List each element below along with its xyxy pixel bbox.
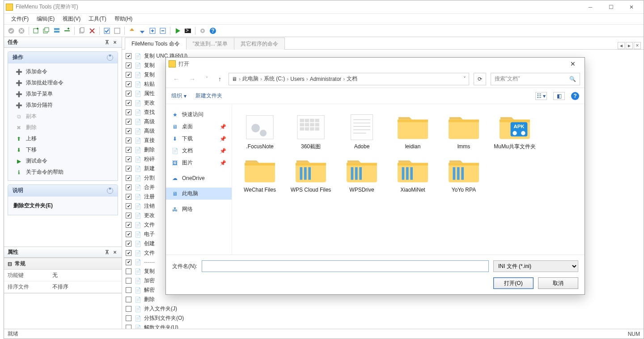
explain-section-head[interactable]: 说明 ˄ bbox=[8, 185, 118, 197]
checkbox[interactable] bbox=[126, 306, 131, 312]
checkbox[interactable] bbox=[126, 250, 131, 256]
folder-item[interactable]: Adobe bbox=[338, 111, 386, 150]
expand-icon[interactable] bbox=[148, 26, 157, 35]
folder-item[interactable]: WPS Cloud Files bbox=[287, 155, 335, 193]
checkbox[interactable] bbox=[126, 175, 131, 181]
crumb[interactable]: 文档 bbox=[347, 75, 357, 83]
prop-group[interactable]: ⊟常规 bbox=[4, 258, 122, 270]
checkbox[interactable] bbox=[126, 222, 131, 228]
checkbox[interactable] bbox=[126, 287, 131, 293]
preview-pane-button[interactable]: ◧ bbox=[553, 92, 565, 100]
nav-this-pc[interactable]: 🖥此电脑 bbox=[166, 188, 232, 200]
nav-desktop[interactable]: 🖥桌面📌 bbox=[166, 121, 232, 133]
folder-item[interactable]: WPSDrive bbox=[338, 155, 386, 193]
crumb-dropdown-icon[interactable]: ˅ bbox=[463, 76, 466, 82]
task-test[interactable]: ▶测试命令 bbox=[8, 155, 118, 167]
task-add-sep[interactable]: ➕添加分隔符 bbox=[8, 100, 118, 111]
folder-item[interactable]: XiaoMiNet bbox=[389, 155, 437, 193]
checkbox[interactable] bbox=[126, 278, 131, 284]
dialog-help-icon[interactable]: ? bbox=[571, 92, 579, 100]
checkbox[interactable] bbox=[126, 147, 131, 153]
command-row[interactable]: 📄分拣到文件夹(O) bbox=[126, 314, 640, 323]
help-icon[interactable]: ? bbox=[208, 26, 217, 35]
menu-help[interactable]: 帮助(H) bbox=[111, 14, 136, 24]
tab-close-icon[interactable]: × bbox=[634, 42, 641, 49]
uncheck-icon[interactable] bbox=[113, 26, 122, 35]
task-add-cmd[interactable]: ➕添加命令 bbox=[8, 66, 118, 77]
folder-item[interactable]: .FocusNote bbox=[236, 111, 284, 150]
breadcrumb[interactable]: 🖥› 此电脑› 系统 (C:)› Users› Administrator› 文… bbox=[229, 73, 469, 85]
checkbox[interactable] bbox=[126, 156, 131, 162]
up-icon[interactable] bbox=[127, 26, 136, 35]
checkbox[interactable] bbox=[126, 213, 131, 218]
checkbox[interactable] bbox=[126, 138, 131, 143]
open-button[interactable]: 打开(O) bbox=[493, 277, 534, 289]
checkbox[interactable] bbox=[126, 53, 131, 59]
checkbox[interactable] bbox=[126, 91, 131, 96]
task-add-batch[interactable]: ➕添加批处理命令 bbox=[8, 77, 118, 88]
checkbox[interactable] bbox=[126, 325, 131, 329]
panel-close-icon[interactable]: × bbox=[112, 249, 118, 255]
down-icon[interactable] bbox=[138, 26, 147, 35]
folder-item[interactable]: MuMu共享文件夹 bbox=[491, 111, 539, 150]
checkbox[interactable] bbox=[126, 241, 131, 247]
checkbox[interactable] bbox=[126, 184, 131, 190]
file-list[interactable]: .FocusNote360截图AdobeleidianlmmsMuMu共享文件夹… bbox=[232, 104, 585, 255]
run-icon[interactable] bbox=[173, 26, 182, 35]
filename-input[interactable] bbox=[202, 260, 489, 272]
copy-icon[interactable] bbox=[77, 26, 86, 35]
checkbox[interactable] bbox=[126, 297, 131, 302]
recent-button[interactable]: ˅ bbox=[203, 75, 211, 83]
nav-onedrive[interactable]: ☁OneDrive bbox=[166, 172, 232, 184]
checkbox[interactable] bbox=[126, 63, 131, 68]
checkbox[interactable] bbox=[126, 231, 131, 237]
nav-network[interactable]: 🖧网络 bbox=[166, 203, 232, 215]
folder-item[interactable]: 360截图 bbox=[287, 111, 335, 150]
tab-sendto[interactable]: "发送到..."菜单 bbox=[186, 38, 235, 50]
crumb[interactable]: Administrator bbox=[310, 76, 342, 82]
console-icon[interactable]: >_ bbox=[183, 26, 192, 35]
checkbox[interactable] bbox=[126, 81, 131, 87]
filetype-select[interactable]: INI 文件 (*.ini) bbox=[493, 260, 578, 272]
menu-file[interactable]: 文件(F) bbox=[8, 14, 32, 24]
command-row[interactable]: 📄并入文件夹(J) bbox=[126, 304, 640, 314]
tab-commands[interactable]: FileMenu Tools 命令 bbox=[125, 38, 186, 50]
new-folder-button[interactable]: 新建文件夹 bbox=[195, 92, 222, 100]
prop-row[interactable]: 功能键无 bbox=[4, 270, 122, 281]
tab-prev-icon[interactable]: ◂ bbox=[618, 42, 625, 49]
checkbox[interactable] bbox=[126, 268, 131, 274]
checkbox[interactable] bbox=[126, 128, 131, 134]
menu-tools[interactable]: 工具(T) bbox=[85, 14, 110, 24]
crumb[interactable]: 此电脑 bbox=[242, 75, 258, 83]
command-row[interactable]: 📄删除 bbox=[126, 295, 640, 304]
tab-next-icon[interactable]: ▸ bbox=[626, 42, 633, 49]
new-batch-icon[interactable] bbox=[42, 26, 51, 35]
folder-item[interactable]: leidian bbox=[389, 111, 437, 150]
dialog-close-button[interactable]: ✕ bbox=[564, 59, 582, 69]
task-move-up[interactable]: ⬆上移 bbox=[8, 133, 118, 144]
new-sep-icon[interactable] bbox=[63, 26, 72, 35]
checkbox[interactable] bbox=[126, 100, 131, 106]
collapse-icon[interactable] bbox=[158, 26, 167, 35]
folder-item[interactable]: WeChat Files bbox=[236, 155, 284, 193]
organize-button[interactable]: 组织 ▾ bbox=[171, 92, 186, 100]
pin-icon[interactable]: ⊼ bbox=[104, 39, 110, 46]
back-button[interactable]: ← bbox=[170, 75, 182, 83]
crumb[interactable]: 系统 (C:) bbox=[264, 75, 285, 83]
checkbox[interactable] bbox=[126, 109, 131, 115]
folder-item[interactable]: lmms bbox=[440, 111, 488, 150]
ops-section-head[interactable]: 操作 ˄ bbox=[8, 52, 118, 63]
checkbox[interactable] bbox=[126, 194, 131, 200]
checkbox[interactable] bbox=[126, 119, 131, 125]
refresh-button[interactable]: ⟳ bbox=[474, 73, 486, 85]
forward-button[interactable]: → bbox=[186, 75, 198, 83]
cancel-button[interactable]: 取消 bbox=[538, 277, 578, 289]
nav-downloads[interactable]: ⬇下载📌 bbox=[166, 133, 232, 145]
checkbox[interactable] bbox=[126, 259, 131, 265]
crumb[interactable]: Users bbox=[290, 76, 304, 82]
checkbox[interactable] bbox=[126, 315, 131, 321]
checkbox[interactable] bbox=[126, 166, 131, 172]
task-add-submenu[interactable]: ➕添加子菜单 bbox=[8, 88, 118, 100]
tab-other[interactable]: 其它程序的命令 bbox=[234, 38, 285, 50]
prop-row[interactable]: 排序文件不排序 bbox=[4, 281, 122, 293]
